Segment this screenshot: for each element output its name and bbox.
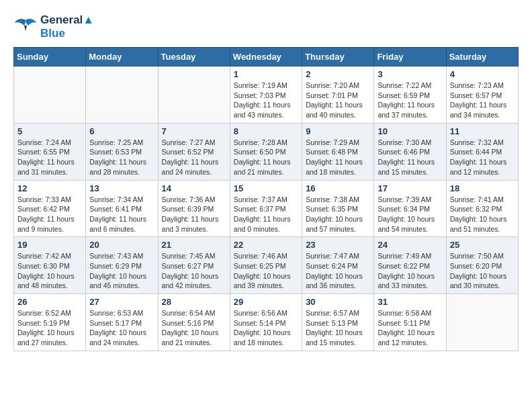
day-number: 12 [17, 183, 82, 193]
day-number: 26 [17, 297, 82, 307]
weekday-header-saturday: Saturday [446, 48, 518, 66]
day-number: 5 [17, 126, 82, 136]
calendar-cell: 26Sunrise: 6:52 AM Sunset: 5:19 PM Dayli… [14, 294, 86, 351]
day-number: 16 [306, 183, 370, 193]
calendar-cell: 8Sunrise: 7:28 AM Sunset: 6:50 PM Daylig… [230, 123, 302, 180]
day-number: 24 [378, 240, 442, 250]
day-number: 8 [234, 126, 298, 136]
calendar-cell: 2Sunrise: 7:20 AM Sunset: 7:01 PM Daylig… [302, 66, 374, 124]
day-number: 7 [162, 126, 226, 136]
calendar-cell [446, 294, 518, 351]
calendar-cell: 17Sunrise: 7:39 AM Sunset: 6:34 PM Dayli… [374, 180, 446, 237]
day-info: Sunrise: 7:34 AM Sunset: 6:41 PM Dayligh… [89, 195, 154, 234]
calendar-cell: 25Sunrise: 7:50 AM Sunset: 6:20 PM Dayli… [446, 237, 518, 294]
logo-icon [13, 17, 38, 36]
day-info: Sunrise: 7:39 AM Sunset: 6:34 PM Dayligh… [378, 195, 442, 234]
weekday-header-row: SundayMondayTuesdayWednesdayThursdayFrid… [14, 48, 519, 66]
calendar-cell: 15Sunrise: 7:37 AM Sunset: 6:37 PM Dayli… [230, 180, 302, 237]
logo-text: General▲ Blue [40, 13, 94, 40]
calendar-cell: 11Sunrise: 7:32 AM Sunset: 6:44 PM Dayli… [446, 123, 518, 180]
calendar-cell [158, 66, 230, 124]
day-info: Sunrise: 7:50 AM Sunset: 6:20 PM Dayligh… [450, 251, 515, 291]
calendar-week-3: 12Sunrise: 7:33 AM Sunset: 6:42 PM Dayli… [14, 180, 519, 237]
day-number: 23 [306, 240, 370, 250]
weekday-header-thursday: Thursday [302, 48, 374, 66]
day-info: Sunrise: 7:30 AM Sunset: 6:46 PM Dayligh… [378, 138, 442, 177]
day-number: 9 [306, 126, 370, 136]
calendar-week-5: 26Sunrise: 6:52 AM Sunset: 5:19 PM Dayli… [14, 294, 519, 351]
weekday-header-wednesday: Wednesday [230, 48, 302, 66]
calendar-cell: 23Sunrise: 7:47 AM Sunset: 6:24 PM Dayli… [302, 237, 374, 294]
day-info: Sunrise: 7:42 AM Sunset: 6:30 PM Dayligh… [17, 251, 82, 291]
calendar-table: SundayMondayTuesdayWednesdayThursdayFrid… [13, 47, 519, 351]
day-number: 21 [162, 240, 226, 250]
day-info: Sunrise: 7:27 AM Sunset: 6:52 PM Dayligh… [162, 138, 226, 177]
day-info: Sunrise: 7:33 AM Sunset: 6:42 PM Dayligh… [17, 195, 82, 234]
day-info: Sunrise: 7:41 AM Sunset: 6:32 PM Dayligh… [450, 195, 515, 234]
calendar-cell: 24Sunrise: 7:49 AM Sunset: 6:22 PM Dayli… [374, 237, 446, 294]
day-info: Sunrise: 7:37 AM Sunset: 6:37 PM Dayligh… [234, 195, 298, 234]
day-number: 30 [306, 297, 370, 307]
weekday-header-sunday: Sunday [14, 48, 86, 66]
day-number: 15 [234, 183, 298, 193]
calendar-cell: 3Sunrise: 7:22 AM Sunset: 6:59 PM Daylig… [374, 66, 446, 124]
day-info: Sunrise: 7:36 AM Sunset: 6:39 PM Dayligh… [162, 195, 226, 234]
day-info: Sunrise: 6:53 AM Sunset: 5:17 PM Dayligh… [89, 308, 154, 348]
day-number: 19 [17, 240, 82, 250]
day-info: Sunrise: 7:49 AM Sunset: 6:22 PM Dayligh… [378, 251, 442, 291]
day-number: 20 [89, 240, 154, 250]
day-info: Sunrise: 6:54 AM Sunset: 5:16 PM Dayligh… [162, 308, 226, 348]
calendar-cell: 30Sunrise: 6:57 AM Sunset: 5:13 PM Dayli… [302, 294, 374, 351]
calendar-cell: 5Sunrise: 7:24 AM Sunset: 6:55 PM Daylig… [14, 123, 86, 180]
calendar-cell: 28Sunrise: 6:54 AM Sunset: 5:16 PM Dayli… [158, 294, 230, 351]
calendar-cell: 20Sunrise: 7:43 AM Sunset: 6:29 PM Dayli… [86, 237, 158, 294]
day-info: Sunrise: 7:24 AM Sunset: 6:55 PM Dayligh… [17, 138, 82, 177]
day-info: Sunrise: 6:56 AM Sunset: 5:14 PM Dayligh… [234, 308, 298, 348]
day-info: Sunrise: 7:29 AM Sunset: 6:48 PM Dayligh… [306, 138, 370, 177]
day-number: 17 [378, 183, 442, 193]
calendar-cell [86, 66, 158, 124]
calendar-cell: 16Sunrise: 7:38 AM Sunset: 6:35 PM Dayli… [302, 180, 374, 237]
calendar-cell: 9Sunrise: 7:29 AM Sunset: 6:48 PM Daylig… [302, 123, 374, 180]
calendar-cell: 31Sunrise: 6:58 AM Sunset: 5:11 PM Dayli… [374, 294, 446, 351]
calendar-cell: 22Sunrise: 7:46 AM Sunset: 6:25 PM Dayli… [230, 237, 302, 294]
day-number: 22 [234, 240, 298, 250]
calendar-cell: 18Sunrise: 7:41 AM Sunset: 6:32 PM Dayli… [446, 180, 518, 237]
day-number: 25 [450, 240, 515, 250]
calendar-cell [14, 66, 86, 124]
calendar-cell: 12Sunrise: 7:33 AM Sunset: 6:42 PM Dayli… [14, 180, 86, 237]
day-info: Sunrise: 7:45 AM Sunset: 6:27 PM Dayligh… [162, 251, 226, 291]
day-info: Sunrise: 7:23 AM Sunset: 6:57 PM Dayligh… [450, 81, 515, 120]
day-number: 18 [450, 183, 515, 193]
day-info: Sunrise: 7:25 AM Sunset: 6:53 PM Dayligh… [89, 138, 154, 177]
weekday-header-friday: Friday [374, 48, 446, 66]
day-number: 3 [378, 69, 442, 79]
day-info: Sunrise: 7:32 AM Sunset: 6:44 PM Dayligh… [450, 138, 515, 177]
calendar-cell: 27Sunrise: 6:53 AM Sunset: 5:17 PM Dayli… [86, 294, 158, 351]
logo: General▲ Blue [13, 13, 94, 40]
calendar-cell: 1Sunrise: 7:19 AM Sunset: 7:03 PM Daylig… [230, 66, 302, 124]
calendar-week-2: 5Sunrise: 7:24 AM Sunset: 6:55 PM Daylig… [14, 123, 519, 180]
day-number: 31 [378, 297, 442, 307]
day-number: 2 [306, 69, 370, 79]
page-header: General▲ Blue [13, 13, 519, 40]
day-info: Sunrise: 7:20 AM Sunset: 7:01 PM Dayligh… [306, 81, 370, 120]
day-info: Sunrise: 6:57 AM Sunset: 5:13 PM Dayligh… [306, 308, 370, 348]
day-number: 14 [162, 183, 226, 193]
day-number: 4 [450, 69, 515, 79]
day-number: 11 [450, 126, 515, 136]
calendar-cell: 4Sunrise: 7:23 AM Sunset: 6:57 PM Daylig… [446, 66, 518, 124]
calendar-week-4: 19Sunrise: 7:42 AM Sunset: 6:30 PM Dayli… [14, 237, 519, 294]
day-number: 1 [234, 69, 298, 79]
weekday-header-tuesday: Tuesday [158, 48, 230, 66]
day-number: 10 [378, 126, 442, 136]
day-info: Sunrise: 7:28 AM Sunset: 6:50 PM Dayligh… [234, 138, 298, 177]
day-info: Sunrise: 7:47 AM Sunset: 6:24 PM Dayligh… [306, 251, 370, 291]
day-info: Sunrise: 7:22 AM Sunset: 6:59 PM Dayligh… [378, 81, 442, 120]
day-number: 29 [234, 297, 298, 307]
calendar-cell: 19Sunrise: 7:42 AM Sunset: 6:30 PM Dayli… [14, 237, 86, 294]
day-number: 27 [89, 297, 154, 307]
calendar-cell: 6Sunrise: 7:25 AM Sunset: 6:53 PM Daylig… [86, 123, 158, 180]
day-info: Sunrise: 7:43 AM Sunset: 6:29 PM Dayligh… [89, 251, 154, 291]
day-number: 6 [89, 126, 154, 136]
